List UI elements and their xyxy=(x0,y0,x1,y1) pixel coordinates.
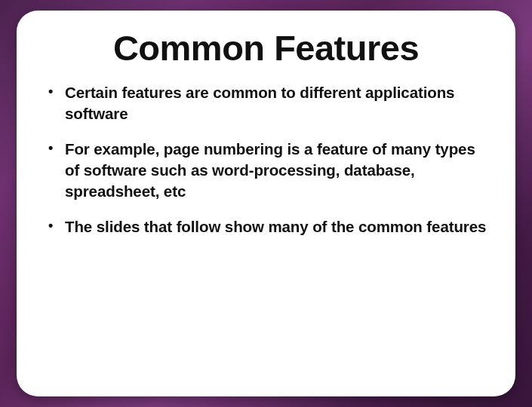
bullet-list: Certain features are common to different… xyxy=(39,82,493,237)
slide-title: Common Features xyxy=(39,27,493,69)
slide-card: Common Features Certain features are com… xyxy=(17,11,515,396)
list-item: Certain features are common to different… xyxy=(44,82,493,124)
list-item: For example, page numbering is a feature… xyxy=(44,139,493,201)
list-item: The slides that follow show many of the … xyxy=(44,216,493,237)
